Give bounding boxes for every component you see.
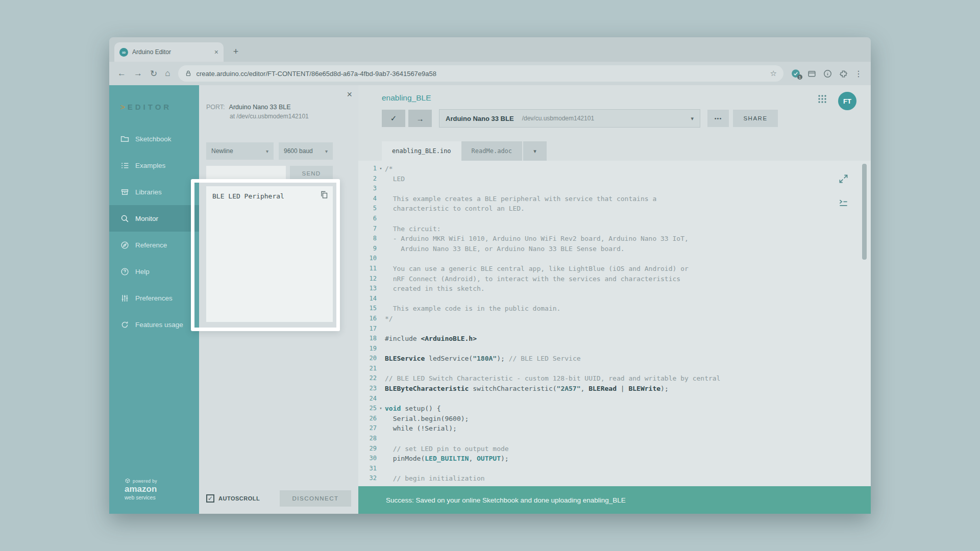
code-line[interactable]: 21 [358, 364, 871, 374]
editor-scrollbar[interactable] [862, 164, 867, 483]
bookmark-star-icon[interactable]: ☆ [770, 69, 777, 78]
verify-button[interactable]: ✓ [382, 110, 405, 127]
aws-sub: web services [125, 494, 199, 500]
code-line[interactable]: 9 Arduino Nano 33 BLE, or Arduino Nano 3… [358, 244, 871, 254]
serial-message-input[interactable] [206, 166, 286, 181]
tab-close-icon[interactable]: × [214, 48, 218, 56]
sidebar-item-label: Preferences [135, 294, 173, 302]
port-path: at /dev/cu.usbmodem142101 [230, 113, 351, 120]
code-line[interactable]: 17 [358, 324, 871, 334]
code-line[interactable]: 18#include <ArduinoBLE.h> [358, 334, 871, 344]
code-line[interactable]: 25▾void setup() { [358, 404, 871, 414]
code-line[interactable]: 19 [358, 344, 871, 354]
code-line[interactable]: 3 [358, 184, 871, 194]
code-line[interactable]: 5 characteristic to control an LED. [358, 204, 871, 214]
code-line[interactable]: 11 You can use a generic BLE central app… [358, 264, 871, 274]
share-button[interactable]: SHARE [733, 110, 778, 127]
code-line[interactable]: 29 // set LED pin to output mode [358, 444, 871, 454]
sidebar-item-help[interactable]: Help [109, 258, 199, 285]
back-icon[interactable]: ← [117, 68, 126, 79]
browser-window: ∞ Arduino Editor × + ← → ↻ ⌂ create.ardu… [109, 37, 871, 514]
code-editor[interactable]: 1▾/*2 LED3 4 This example creates a BLE … [358, 161, 871, 486]
sidebar-item-libraries[interactable]: Libraries [109, 179, 199, 205]
disconnect-button[interactable]: DISCONNECT [280, 490, 351, 507]
code-line[interactable]: 26 Serial.begin(9600); [358, 414, 871, 424]
upload-button[interactable]: → [408, 110, 432, 127]
send-button[interactable]: SEND [290, 166, 333, 181]
code-line[interactable]: 15 This example code is in the public do… [358, 304, 871, 314]
sidebar-item-features-usage[interactable]: Features usage [109, 311, 199, 338]
scrollbar-thumb[interactable] [862, 164, 867, 260]
console-format-icon[interactable] [839, 198, 848, 210]
url-bar[interactable]: create.arduino.cc/editor/FT-CONTENT/86e6… [178, 65, 783, 82]
extensions-puzzle-icon[interactable] [839, 69, 848, 78]
info-icon[interactable] [823, 69, 832, 78]
code-line[interactable]: 2 LED [358, 174, 871, 184]
code-line[interactable]: 24 [358, 394, 871, 404]
code-line[interactable]: 16*/ [358, 314, 871, 324]
refresh-icon[interactable]: ↻ [150, 68, 157, 79]
code-line[interactable]: 6 [358, 214, 871, 224]
code-line[interactable]: 14 [358, 294, 871, 304]
code-line[interactable]: 20BLEService ledService("180A"); // BLE … [358, 354, 871, 364]
file-tab-readme-adoc[interactable]: ReadMe.adoc [461, 141, 522, 161]
code-line[interactable]: 1▾/* [358, 164, 871, 174]
home-icon[interactable]: ⌂ [165, 68, 170, 79]
chevron-down-icon: ▾ [325, 148, 328, 154]
fullscreen-icon[interactable] [839, 174, 848, 186]
fold-gutter [377, 454, 385, 464]
tabs-dropdown-button[interactable]: ▾ [523, 141, 547, 161]
fold-arrow-icon[interactable]: ▾ [377, 404, 385, 414]
code-line[interactable]: 8 - Arduino MKR WiFi 1010, Arduino Uno W… [358, 234, 871, 244]
code-line[interactable]: 22// BLE LED Switch Characteristic - cus… [358, 373, 871, 384]
code-line[interactable]: 27 while (!Serial); [358, 423, 871, 434]
forward-icon[interactable]: → [134, 68, 142, 79]
sidebar-item-reference[interactable]: Reference [109, 232, 199, 258]
line-number: 26 [358, 414, 377, 424]
code-line[interactable]: 4 This example creates a BLE peripheral … [358, 194, 871, 204]
checkbox-checked-icon[interactable]: ✓ [206, 494, 214, 503]
code-line[interactable]: 28 [358, 434, 871, 444]
new-tab-button[interactable]: + [229, 44, 243, 59]
fold-gutter [377, 344, 385, 354]
browser-menu-kebab-icon[interactable]: ⋮ [854, 69, 863, 79]
account-badge-icon[interactable]: 1 [791, 69, 800, 78]
apps-grid-icon[interactable] [818, 94, 827, 106]
sidebar-item-preferences[interactable]: Preferences [109, 285, 199, 311]
fold-gutter [377, 464, 385, 474]
code-line[interactable]: 23BLEByteCharacteristic switchCharacteri… [358, 384, 871, 394]
file-tab-enabling-ble-ino[interactable]: enabling_BLE.ino [382, 141, 461, 161]
copy-icon[interactable] [320, 191, 328, 201]
board-selector[interactable]: Arduino Nano 33 BLE /dev/cu.usbmodem1421… [439, 109, 700, 128]
autoscroll-toggle[interactable]: ✓ AUTOSCROLL [206, 494, 260, 503]
code-line[interactable]: 12 nRF Connect (Android), to interact wi… [358, 274, 871, 284]
sidebar-item-examples[interactable]: Examples [109, 152, 199, 179]
code-line[interactable]: 10 [358, 254, 871, 264]
line-ending-select[interactable]: Newline ▾ [206, 142, 274, 160]
monitor-close-icon[interactable]: × [347, 89, 352, 100]
code-line[interactable]: 32 // begin initialization [358, 473, 871, 484]
sidebar-item-monitor[interactable]: Monitor [109, 205, 199, 232]
card-icon[interactable] [807, 69, 816, 78]
code-line[interactable]: 31 [358, 464, 871, 474]
avatar[interactable]: FT [838, 92, 856, 110]
code-line[interactable]: 30 pinMode(LED_BUILTIN, OUTPUT); [358, 454, 871, 464]
code-line[interactable]: 13 created in this sketch. [358, 284, 871, 294]
fold-gutter [377, 334, 385, 344]
fold-arrow-icon[interactable]: ▾ [377, 164, 385, 174]
browser-toolbar: ← → ↻ ⌂ create.arduino.cc/editor/FT-CONT… [109, 62, 871, 85]
sidebar-menu: SketchbookExamplesLibrariesMonitorRefere… [109, 126, 199, 338]
code-text: // BLE LED Switch Characteristic - custo… [385, 373, 720, 384]
chevron-down-icon: ▾ [266, 148, 268, 154]
line-number: 13 [358, 284, 377, 294]
monitor-footer: ✓ AUTOSCROLL DISCONNECT [206, 490, 351, 507]
sidebar-item-sketchbook[interactable]: Sketchbook [109, 126, 199, 152]
editor-float-icons [839, 174, 848, 210]
serial-monitor-output[interactable]: BLE LED Peripheral [206, 186, 333, 322]
status-message: Success: Saved on your online Sketchbook… [386, 496, 626, 504]
browser-tab[interactable]: ∞ Arduino Editor × [114, 42, 224, 62]
baud-rate-select[interactable]: 9600 baud ▾ [279, 142, 333, 160]
code-line[interactable]: 7 The circuit: [358, 224, 871, 234]
arduino-favicon-icon: ∞ [119, 48, 128, 57]
more-options-button[interactable]: ••• [707, 110, 729, 127]
